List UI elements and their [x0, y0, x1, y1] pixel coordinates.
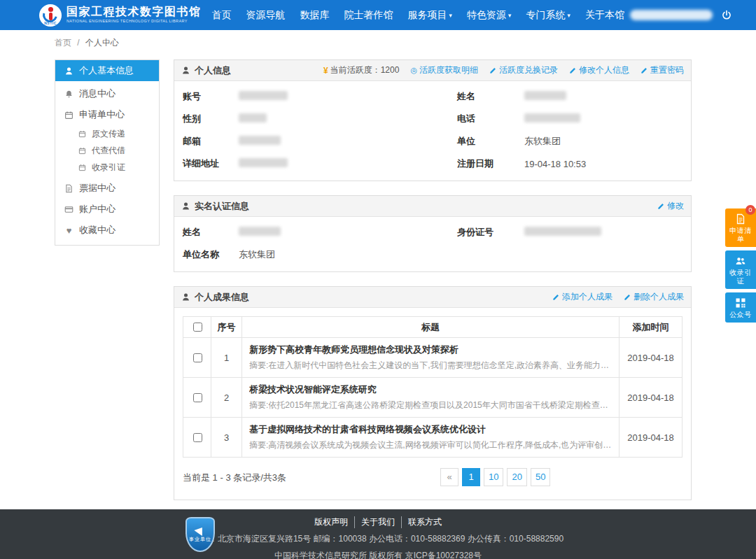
achievement-title[interactable]: 基于虚拟网络技术的甘肃省科技网络视频会议系统优化设计 — [249, 423, 612, 436]
add-achievement-link[interactable]: 添加个人成果 — [552, 291, 612, 303]
sidebar-item-messages[interactable]: 消息中心 — [55, 83, 159, 104]
personal-info-panel: 个人信息 ¥ 当前活跃度：1200 ◎ 活跃度获取明细 活跃度兑换记录 修改个人… — [174, 59, 692, 181]
achievement-title[interactable]: 桥梁技术状况智能评定系统研究 — [249, 383, 612, 396]
site-title: 国家工程技术数字图书馆 — [66, 6, 202, 17]
logout-power-icon[interactable] — [720, 8, 734, 22]
reset-password-link[interactable]: 重置密码 — [640, 64, 684, 76]
nav-item-about[interactable]: 关于本馆 — [585, 9, 624, 22]
edit-realname-link[interactable]: 修改 — [657, 200, 684, 212]
phone-label: 电话 — [457, 113, 524, 125]
username-redacted[interactable] — [630, 10, 713, 20]
sidebar-item-search-borrow[interactable]: 代查代借 — [55, 142, 159, 159]
pager-page-50-button[interactable]: 50 — [531, 468, 550, 486]
citation-button[interactable]: 收录引证 — [725, 250, 756, 289]
footer-link-copyright-statement[interactable]: 版权声明 — [308, 516, 355, 528]
chevron-down-icon: ▾ — [449, 12, 453, 19]
activity-detail-link[interactable]: ◎ 活跃度获取明细 — [410, 64, 478, 76]
edit-personal-info-link[interactable]: 修改个人信息 — [569, 64, 629, 76]
sidebar-menu: 个人基本信息 消息中心 申请单中心 原文传递 代查代借 收录引证 票据中心 账户… — [55, 59, 160, 246]
row-checkbox[interactable] — [193, 433, 202, 442]
address-value — [239, 158, 457, 169]
row-checkbox[interactable] — [193, 353, 202, 362]
gender-label: 性别 — [183, 113, 239, 125]
target-icon: ◎ — [410, 66, 417, 74]
date-header: 添加时间 — [620, 317, 682, 338]
unit-name-label: 单位名称 — [183, 248, 239, 261]
sidebar-item-favorites[interactable]: ♥ 收藏中心 — [55, 220, 159, 241]
footer-link-about-us[interactable]: 关于我们 — [355, 516, 402, 528]
person-icon — [64, 66, 74, 76]
shield-label: 事业单位 — [189, 536, 211, 543]
pager-page-1-button[interactable]: 1 — [462, 468, 480, 486]
nav-item-resources[interactable]: 资源导航 — [246, 9, 286, 22]
achievements-table: 序号 标题 添加时间 1 新形势下高校青年教师党员理想信念现状及对策探析 摘要:… — [183, 316, 682, 458]
delete-achievement-link[interactable]: 删除个人成果 — [624, 291, 684, 303]
sidebar-item-invoices[interactable]: 票据中心 — [55, 178, 159, 199]
breadcrumb-current: 个人中心 — [85, 38, 119, 48]
id-number-label: 身份证号 — [457, 226, 524, 239]
realname-title: 实名认证信息 — [181, 200, 249, 213]
wechat-qr-button[interactable]: 公众号 — [725, 292, 756, 323]
pencil-icon — [552, 293, 560, 301]
gender-value — [239, 113, 457, 125]
table-header-row: 序号 标题 添加时间 — [183, 317, 682, 338]
breadcrumb-home[interactable]: 首页 — [55, 38, 71, 48]
site-logo[interactable]: NSTIC 国家工程技术数字图书馆 NATIONAL ENGINEERING T… — [39, 4, 202, 27]
personal-info-header: 个人信息 ¥ 当前活跃度：1200 ◎ 活跃度获取明细 活跃度兑换记录 修改个人… — [174, 60, 691, 81]
qr-code-icon — [735, 297, 746, 309]
person-icon — [181, 66, 190, 75]
breadcrumb: 首页 / 个人中心 — [55, 37, 119, 49]
nav-item-home[interactable]: 首页 — [212, 9, 232, 22]
achievements-panel: 个人成果信息 添加个人成果 删除个人成果 序号 — [174, 286, 692, 500]
activity-exchange-link[interactable]: 活跃度兑换记录 — [489, 64, 558, 76]
unit-value: 东软集团 — [524, 135, 682, 148]
account-label: 账号 — [183, 90, 239, 103]
name-label: 姓名 — [457, 90, 524, 103]
nav-item-special-resources[interactable]: 特色资源▾ — [467, 9, 512, 22]
pager-page-10-button[interactable]: 10 — [484, 468, 503, 486]
sidebar-item-document-delivery[interactable]: 原文传递 — [55, 125, 159, 142]
realname-header: 实名认证信息 修改 — [174, 196, 691, 217]
pencil-icon — [489, 66, 497, 74]
achievement-abstract: 摘要:高清视频会议系统成为视频会议主流,网络视频评审可以简化工作程序,降低成本,… — [249, 439, 612, 451]
achievements-header: 个人成果信息 添加个人成果 删除个人成果 — [174, 287, 691, 308]
page-footer: 事业单位 版权声明 关于我们 联系方式 地址：北京市海淀区复兴路15号 邮编：1… — [0, 509, 756, 559]
select-all-checkbox[interactable] — [193, 323, 202, 332]
pencil-icon — [640, 66, 648, 74]
footer-copyright-line: 中国科学技术信息研究所 版权所有 京ICP备10027328号 — [0, 550, 756, 559]
calendar-icon — [78, 147, 86, 155]
sidebar-item-citation[interactable]: 收录引证 — [55, 159, 159, 176]
yen-coin-icon: ¥ — [323, 66, 328, 76]
row-checkbox[interactable] — [193, 393, 202, 402]
index-header: 序号 — [211, 317, 242, 338]
sidebar-item-basic-info[interactable]: 个人基本信息 — [55, 60, 159, 81]
nav-item-services[interactable]: 服务项目▾ — [408, 9, 453, 22]
address-label: 详细地址 — [183, 157, 239, 170]
personal-info-fields: 账号 姓名 性别 电话 邮箱 单位 东软集团 详细地址 注册日期 19-04-1… — [174, 81, 691, 181]
footer-link-contact[interactable]: 联系方式 — [402, 516, 448, 528]
redacted-value — [524, 227, 601, 236]
sidebar-item-applications[interactable]: 申请单中心 — [55, 104, 159, 125]
nav-item-database[interactable]: 数据库 — [300, 9, 330, 22]
calendar-icon — [78, 164, 86, 171]
shield-emblem-icon — [194, 524, 206, 535]
realname-name-value — [239, 227, 457, 238]
unit-name-value: 东软集团 — [239, 248, 457, 261]
email-value — [239, 136, 457, 147]
user-area — [630, 8, 734, 22]
sidebar-item-account[interactable]: 账户中心 — [55, 199, 159, 220]
nav-item-special-systems[interactable]: 专门系统▾ — [526, 9, 571, 22]
logo-badge-text: NSTIC — [39, 21, 62, 25]
reg-date-label: 注册日期 — [457, 157, 524, 170]
redacted-value — [524, 91, 566, 100]
name-value — [524, 91, 682, 102]
file-icon — [64, 184, 74, 193]
apply-list-button[interactable]: 0 申请清单 — [725, 208, 756, 247]
pagination: 当前是 1 - 3 条记录/共3条 « 1 10 20 50 — [174, 458, 691, 500]
pager-prev-button[interactable]: « — [440, 468, 458, 486]
realname-panel: 实名认证信息 修改 姓名 身份证号 单位名称 东软集团 — [174, 195, 692, 272]
achievement-title[interactable]: 新形势下高校青年教师党员理想信念现状及对策探析 — [249, 344, 612, 356]
main-content: 个人信息 ¥ 当前活跃度：1200 ◎ 活跃度获取明细 活跃度兑换记录 修改个人… — [174, 59, 692, 514]
pager-page-20-button[interactable]: 20 — [507, 468, 526, 486]
nav-item-academician[interactable]: 院士著作馆 — [344, 9, 393, 22]
